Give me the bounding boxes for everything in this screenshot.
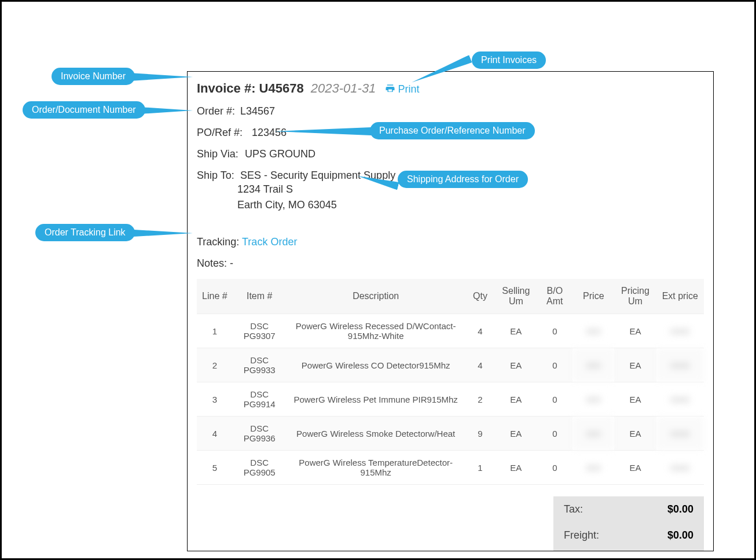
freight-label: Freight: bbox=[564, 529, 599, 541]
cell-bo-amt: 0 bbox=[537, 348, 572, 382]
table-row: 4DSC PG9936PowerG Wireless Smoke Detecto… bbox=[197, 417, 704, 451]
cell-bo-amt: 0 bbox=[537, 451, 572, 485]
cell-ext-price: 0000 bbox=[656, 417, 704, 451]
totals-freight-row: Freight: $0.00 bbox=[553, 522, 704, 548]
notes-row: Notes: - bbox=[197, 257, 704, 270]
cell-qty: 4 bbox=[465, 348, 496, 382]
cell-line: 3 bbox=[197, 382, 233, 417]
cell-price: 000 bbox=[572, 382, 614, 417]
cell-pricing-um: EA bbox=[614, 382, 656, 417]
invoice-date: 2023-01-31 bbox=[311, 81, 376, 95]
table-row: 2DSC PG9933PowerG Wireless CO Detector91… bbox=[197, 348, 704, 382]
cell-line: 5 bbox=[197, 451, 233, 485]
cell-price: 000 bbox=[572, 417, 614, 451]
cell-desc: PowerG Wireless Pet Immune PIR915Mhz bbox=[287, 382, 465, 417]
cell-qty: 1 bbox=[465, 451, 496, 485]
cell-sell-um: EA bbox=[495, 382, 537, 417]
callout-print-invoices: Print Invoices bbox=[472, 51, 546, 69]
cell-desc: PowerG Wireless Recessed D/WContact-915M… bbox=[287, 314, 465, 348]
cell-pricing-um: EA bbox=[614, 348, 656, 382]
ship-to-line3: Earth City, MO 63045 bbox=[237, 197, 704, 213]
cell-ext-price: 0000 bbox=[656, 348, 704, 382]
callout-invoice-number: Invoice Number bbox=[52, 68, 135, 85]
invoice-label: Invoice #: bbox=[197, 81, 255, 95]
cell-sell-um: EA bbox=[495, 451, 537, 485]
invoice-title-row: Invoice #: U45678 2023-01-31 Print bbox=[197, 81, 704, 96]
cell-ext-price: 0000 bbox=[656, 314, 704, 348]
cell-qty: 4 bbox=[465, 314, 496, 348]
table-header-row: Line # Item # Description Qty Selling Um… bbox=[197, 279, 704, 314]
th-qty: Qty bbox=[465, 279, 496, 314]
cell-item: DSC PG9936 bbox=[233, 417, 287, 451]
cell-pricing-um: EA bbox=[614, 451, 656, 485]
cell-item: DSC PG9914 bbox=[233, 382, 287, 417]
cell-qty: 9 bbox=[465, 417, 496, 451]
cell-sell-um: EA bbox=[495, 417, 537, 451]
cell-bo-amt: 0 bbox=[537, 417, 572, 451]
callout-tail bbox=[124, 229, 193, 237]
cell-pricing-um: EA bbox=[614, 314, 656, 348]
cell-bo-amt: 0 bbox=[537, 314, 572, 348]
cell-line: 1 bbox=[197, 314, 233, 348]
totals-tax-row: Tax: $0.00 bbox=[553, 496, 704, 522]
cell-item: DSC PG9905 bbox=[233, 451, 287, 485]
tax-label: Tax: bbox=[564, 503, 583, 515]
th-bo-amt: B/O Amt bbox=[537, 279, 572, 314]
tax-value: $0.00 bbox=[667, 503, 693, 515]
callout-order-number: Order/Document Number bbox=[23, 101, 145, 119]
th-sell-um: Selling Um bbox=[495, 279, 537, 314]
print-icon bbox=[385, 83, 395, 94]
cell-ext-price: 0000 bbox=[656, 451, 704, 485]
cell-item: DSC PG9933 bbox=[233, 348, 287, 382]
ship-via-value: UPS GROUND bbox=[245, 148, 315, 160]
th-pricing-um: Pricing Um bbox=[614, 279, 656, 314]
th-desc: Description bbox=[287, 279, 465, 314]
ship-to-label: Ship To: bbox=[197, 170, 237, 182]
freight-value: $0.00 bbox=[667, 529, 693, 541]
cell-desc: PowerG Wireless Smoke Detectorw/Heat bbox=[287, 417, 465, 451]
tracking-label: Tracking: bbox=[197, 236, 239, 248]
cell-desc: PowerG Wireless CO Detector915Mhz bbox=[287, 348, 465, 382]
th-ext-price: Ext price bbox=[656, 279, 704, 314]
table-row: 1DSC PG9307PowerG Wireless Recessed D/WC… bbox=[197, 314, 704, 348]
po-label: PO/Ref #: bbox=[197, 127, 249, 139]
th-price: Price bbox=[572, 279, 614, 314]
cell-qty: 2 bbox=[465, 382, 496, 417]
totals-box: Tax: $0.00 Freight: $0.00 Order total: $… bbox=[553, 496, 704, 551]
po-number: 123456 bbox=[252, 127, 287, 138]
notes-label: Notes: bbox=[197, 257, 227, 269]
cell-sell-um: EA bbox=[495, 348, 537, 382]
callout-tail bbox=[129, 73, 193, 81]
invoice-panel: Invoice #: U45678 2023-01-31 Print Order… bbox=[187, 71, 714, 551]
cell-line: 4 bbox=[197, 417, 233, 451]
cell-price: 000 bbox=[572, 314, 614, 348]
outer-frame: Invoice Number Order/Document Number Pri… bbox=[0, 0, 756, 560]
order-label: Order #: bbox=[197, 105, 237, 117]
cell-desc: PowerG Wireless TemperatureDetector-915M… bbox=[287, 451, 465, 485]
cell-item: DSC PG9307 bbox=[233, 314, 287, 348]
th-item: Item # bbox=[233, 279, 287, 314]
cell-pricing-um: EA bbox=[614, 417, 656, 451]
cell-bo-amt: 0 bbox=[537, 382, 572, 417]
callout-po-ref: Purchase Order/Reference Number bbox=[370, 122, 535, 139]
cell-price: 000 bbox=[572, 348, 614, 382]
cell-price: 000 bbox=[572, 451, 614, 485]
th-line: Line # bbox=[197, 279, 233, 314]
callout-ship-addr: Shipping Address for Order bbox=[398, 171, 528, 188]
notes-value: - bbox=[230, 257, 233, 269]
print-label: Print bbox=[398, 83, 419, 95]
totals-order-row: Order total: $1,099.38 bbox=[553, 548, 704, 551]
callout-tracking-link: Order Tracking Link bbox=[35, 224, 135, 241]
tracking-row: Tracking: Track Order bbox=[197, 236, 704, 248]
print-button[interactable]: Print bbox=[385, 83, 419, 95]
track-order-link[interactable]: Track Order bbox=[242, 236, 297, 248]
cell-line: 2 bbox=[197, 348, 233, 382]
line-items-table: Line # Item # Description Qty Selling Um… bbox=[197, 279, 704, 485]
order-row: Order #: L34567 bbox=[197, 105, 704, 117]
order-number: L34567 bbox=[240, 105, 275, 117]
table-body: 1DSC PG9307PowerG Wireless Recessed D/WC… bbox=[197, 314, 704, 485]
table-row: 5DSC PG9905PowerG Wireless TemperatureDe… bbox=[197, 451, 704, 485]
cell-ext-price: 0000 bbox=[656, 382, 704, 417]
table-row: 3DSC PG9914PowerG Wireless Pet Immune PI… bbox=[197, 382, 704, 417]
cell-sell-um: EA bbox=[495, 314, 537, 348]
